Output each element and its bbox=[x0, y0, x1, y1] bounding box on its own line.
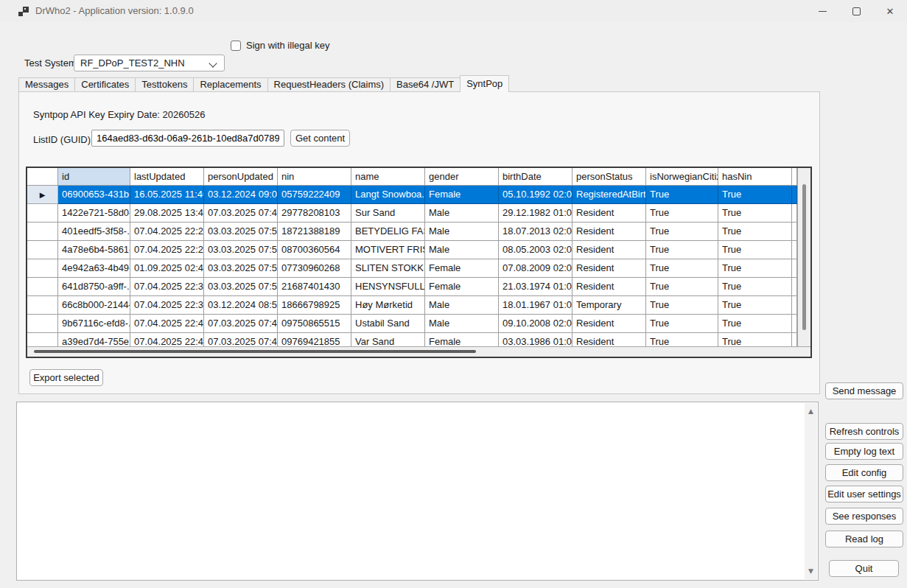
grid-cell[interactable]: SLITEN STOKK bbox=[351, 259, 425, 278]
grid-cell[interactable]: HENSYNSFULL ... bbox=[351, 278, 425, 296]
grid-cell[interactable]: 21687401430 bbox=[278, 278, 351, 296]
see-responses-button[interactable]: See responses bbox=[825, 508, 903, 525]
grid-cell[interactable]: Langt Snowboa... bbox=[351, 186, 425, 204]
grid-cell[interactable]: 4a78e6b4-5861-... bbox=[58, 241, 130, 259]
grid-cell[interactable]: 07.04.2025 22:24 bbox=[130, 223, 204, 241]
grid-cell[interactable]: 09750865515 bbox=[278, 315, 351, 333]
sign-illegal-key-checkbox[interactable] bbox=[231, 41, 241, 51]
grid-cell[interactable]: 09.10.2008 02:00 bbox=[499, 315, 572, 333]
row-selector-cell[interactable] bbox=[27, 296, 58, 315]
grid-cell[interactable]: 18721388189 bbox=[278, 223, 351, 241]
grid-cell[interactable]: Male bbox=[425, 241, 499, 259]
grid-cell[interactable]: 401eedf5-3f58-... bbox=[58, 223, 130, 241]
edit-config-button[interactable]: Edit config bbox=[825, 464, 903, 481]
tab-testtokens[interactable]: Testtokens bbox=[135, 77, 194, 92]
grid-row-7[interactable]: 9b67116c-efd8-...07.04.2025 22:4407.03.2… bbox=[27, 315, 810, 333]
grid-cell[interactable] bbox=[792, 186, 797, 204]
grid-cell[interactable]: 07.04.2025 22:26 bbox=[130, 241, 204, 259]
grid-hscroll-thumb[interactable] bbox=[34, 350, 476, 353]
grid-cell[interactable]: 03.03.2025 07:54 bbox=[204, 259, 278, 278]
edit-user-settings-button[interactable]: Edit user settings bbox=[825, 486, 903, 503]
tab-base64-jwt[interactable]: Base64 /JWT bbox=[390, 77, 460, 92]
grid-cell[interactable]: True bbox=[718, 278, 792, 296]
grid-cell[interactable]: 18666798925 bbox=[278, 296, 351, 315]
grid-cell[interactable]: 01.09.2025 02:48 bbox=[130, 259, 204, 278]
grid-cell[interactable]: True bbox=[718, 241, 792, 259]
grid-row-2[interactable]: 401eedf5-3f58-...07.04.2025 22:2403.03.2… bbox=[27, 223, 810, 241]
grid-cell[interactable]: True bbox=[646, 186, 718, 204]
grid-cell[interactable] bbox=[792, 204, 797, 223]
column-header-name[interactable]: name bbox=[351, 168, 425, 186]
grid-cell[interactable] bbox=[792, 223, 797, 241]
grid-cell[interactable]: 05759222409 bbox=[278, 186, 351, 204]
tab-requestheaders-claims[interactable]: RequestHeaders (Claims) bbox=[267, 77, 391, 92]
grid-cell[interactable]: 21.03.1974 01:00 bbox=[499, 278, 572, 296]
grid-row-4[interactable]: 4e942a63-4b49-...01.09.2025 02:4803.03.2… bbox=[27, 259, 810, 278]
grid-cell[interactable]: Resident bbox=[572, 315, 646, 333]
grid-cell[interactable]: 06900653-431b-... bbox=[58, 186, 130, 204]
close-button[interactable]: ✕ bbox=[873, 0, 907, 22]
log-vertical-scrollbar[interactable]: ▲ ▼ bbox=[805, 403, 817, 579]
column-header-hasnin[interactable]: hasNin bbox=[718, 168, 792, 186]
grid-cell[interactable]: True bbox=[646, 223, 718, 241]
column-header-partial[interactable] bbox=[792, 168, 797, 186]
grid-cell[interactable]: 07.03.2025 07:44 bbox=[204, 315, 278, 333]
grid-cell[interactable]: True bbox=[646, 259, 718, 278]
column-header-id[interactable]: id bbox=[58, 168, 130, 186]
grid-cell[interactable] bbox=[792, 278, 797, 296]
grid-row-1[interactable]: 1422e721-58d0-...29.08.2025 13:4707.03.2… bbox=[27, 204, 810, 223]
row-selector-cell[interactable]: ▶ bbox=[27, 186, 58, 204]
grid-cell[interactable]: 03.12.2024 08:56 bbox=[204, 296, 278, 315]
grid-cell[interactable]: True bbox=[718, 223, 792, 241]
grid-cell[interactable]: 08.05.2003 02:00 bbox=[499, 241, 572, 259]
grid-cell[interactable]: 08700360564 bbox=[278, 241, 351, 259]
listid-input[interactable] bbox=[91, 130, 284, 147]
grid-corner-cell[interactable] bbox=[27, 168, 58, 186]
grid-cell[interactable]: 03.03.2025 07:54 bbox=[204, 223, 278, 241]
grid-cell[interactable]: 16.05.2025 11:40 bbox=[130, 186, 204, 204]
grid-cell[interactable]: 9b67116c-efd8-... bbox=[58, 315, 130, 333]
grid-cell[interactable]: Female bbox=[425, 186, 499, 204]
grid-cell[interactable]: Sur Sand bbox=[351, 204, 425, 223]
grid-cell[interactable]: BETYDELIG FAS... bbox=[351, 223, 425, 241]
grid-row-3[interactable]: 4a78e6b4-5861-...07.04.2025 22:2603.03.2… bbox=[27, 241, 810, 259]
grid-cell[interactable]: 29778208103 bbox=[278, 204, 351, 223]
row-selector-cell[interactable] bbox=[27, 223, 58, 241]
grid-cell[interactable]: 07.03.2025 07:45 bbox=[204, 204, 278, 223]
grid-cell[interactable]: RegisteredAtBirth bbox=[572, 186, 646, 204]
scroll-down-icon[interactable]: ▼ bbox=[805, 567, 817, 575]
row-selector-cell[interactable] bbox=[27, 241, 58, 259]
grid-cell[interactable]: Resident bbox=[572, 223, 646, 241]
grid-vscroll-thumb[interactable] bbox=[802, 184, 806, 330]
grid-cell[interactable]: 03.03.2025 07:56 bbox=[204, 278, 278, 296]
grid-cell[interactable]: Temporary bbox=[572, 296, 646, 315]
grid-cell[interactable]: MOTIVERT FRIS... bbox=[351, 241, 425, 259]
grid-cell[interactable]: 29.08.2025 13:47 bbox=[130, 204, 204, 223]
minimize-button[interactable] bbox=[805, 0, 839, 22]
column-header-personupdated[interactable]: personUpdated bbox=[204, 168, 278, 186]
grid-cell[interactable]: 07.04.2025 22:44 bbox=[130, 315, 204, 333]
get-content-button[interactable]: Get content bbox=[290, 130, 350, 147]
grid-cell[interactable]: Høy Mørketid bbox=[351, 296, 425, 315]
send-message-button[interactable]: Send message bbox=[825, 382, 903, 399]
grid-cell[interactable]: 18.01.1967 01:00 bbox=[499, 296, 572, 315]
log-textbox[interactable]: ▲ ▼ bbox=[16, 402, 819, 581]
tab-certificates[interactable]: Certificates bbox=[74, 77, 136, 92]
empty-log-text-button[interactable]: Empty log text bbox=[825, 443, 903, 460]
grid-cell[interactable]: True bbox=[646, 315, 718, 333]
test-system-dropdown[interactable]: RF_DPoP_TEST2_NHN bbox=[74, 55, 225, 71]
grid-cell[interactable]: True bbox=[646, 241, 718, 259]
grid-cell[interactable]: True bbox=[718, 259, 792, 278]
column-header-isnorwegiancitize[interactable]: isNorwegianCitize bbox=[646, 168, 718, 186]
tab-replacements[interactable]: Replacements bbox=[193, 77, 267, 92]
column-header-nin[interactable]: nin bbox=[278, 168, 351, 186]
column-header-gender[interactable]: gender bbox=[425, 168, 499, 186]
row-selector-cell[interactable] bbox=[27, 259, 58, 278]
grid-cell[interactable]: Female bbox=[425, 259, 499, 278]
grid-cell[interactable]: True bbox=[646, 204, 718, 223]
grid-cell[interactable]: 18.07.2013 02:00 bbox=[499, 223, 572, 241]
grid-horizontal-scrollbar[interactable] bbox=[27, 346, 810, 357]
grid-cell[interactable]: 07.04.2025 22:31 bbox=[130, 278, 204, 296]
grid-cell[interactable]: 1422e721-58d0-... bbox=[58, 204, 130, 223]
grid-cell[interactable]: 66c8b000-2144-... bbox=[58, 296, 130, 315]
